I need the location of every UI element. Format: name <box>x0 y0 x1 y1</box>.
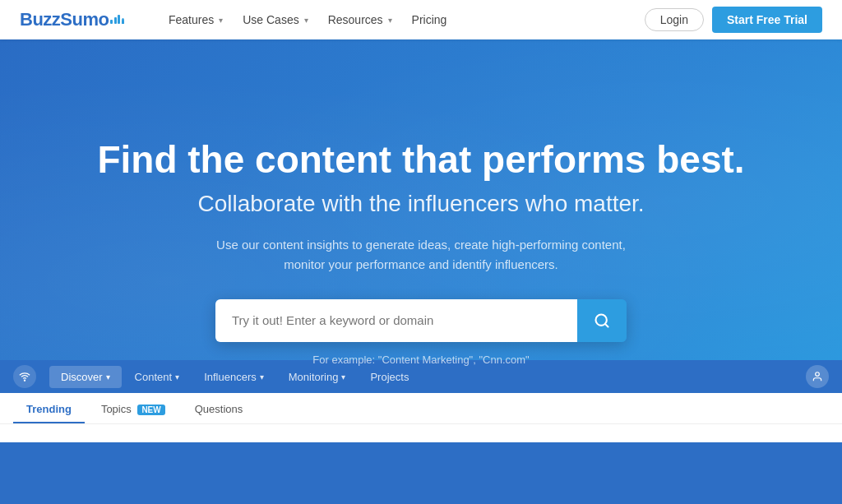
nav-features[interactable]: Features ▾ <box>160 8 231 31</box>
app-subtabs: Trending Topics NEW Questions <box>0 393 842 424</box>
nav-resources-label: Resources <box>328 13 383 26</box>
user-avatar[interactable] <box>806 365 829 388</box>
search-icon <box>594 312 610 329</box>
nav-resources[interactable]: Resources ▾ <box>320 8 400 31</box>
app-tab-discover-label: Discover <box>61 371 103 383</box>
content-chevron-icon: ▾ <box>175 372 179 381</box>
hero-description: Use our content insights to generate ide… <box>207 235 635 275</box>
hero-section: Find the content that performs best. Col… <box>0 39 842 442</box>
search-button[interactable] <box>577 299 627 342</box>
logo[interactable]: BuzzSumo <box>20 9 124 30</box>
monitoring-chevron-icon: ▾ <box>341 372 345 381</box>
search-input[interactable] <box>215 299 577 342</box>
hero-subtitle: Collaborate with the influencers who mat… <box>197 191 644 217</box>
topics-new-badge: NEW <box>137 405 164 415</box>
nav-use-cases[interactable]: Use Cases ▾ <box>234 8 316 31</box>
app-subtab-topics[interactable]: Topics NEW <box>88 396 178 423</box>
start-trial-button[interactable]: Start Free Trial <box>712 7 822 33</box>
svg-point-2 <box>24 380 25 381</box>
app-logo-icon <box>13 365 36 388</box>
app-subtab-trending[interactable]: Trending <box>13 396 85 423</box>
logo-text: BuzzSumo <box>20 9 109 30</box>
app-tab-content-label: Content <box>135 371 173 383</box>
login-button[interactable]: Login <box>645 8 704 31</box>
nav-features-label: Features <box>169 13 214 26</box>
svg-point-3 <box>816 372 820 377</box>
app-main-tabs: Discover ▾ Content ▾ Influencers ▾ Monit… <box>49 366 799 388</box>
app-subtab-questions[interactable]: Questions <box>182 396 257 423</box>
nav-right: Login Start Free Trial <box>645 7 822 33</box>
hero-title: Find the content that performs best. <box>97 139 744 181</box>
app-tab-discover[interactable]: Discover ▾ <box>49 366 122 388</box>
hero-example-text: For example: "Content Marketing", "Cnn.c… <box>312 354 529 366</box>
app-preview: Discover ▾ Content ▾ Influencers ▾ Monit… <box>0 360 842 442</box>
app-subtab-questions-label: Questions <box>195 403 243 415</box>
app-tab-projects[interactable]: Projects <box>359 366 420 388</box>
navbar: BuzzSumo Features ▾ Use Cases ▾ Resource… <box>0 0 842 39</box>
app-tab-monitoring[interactable]: Monitoring ▾ <box>277 366 358 388</box>
nav-use-cases-label: Use Cases <box>243 13 298 26</box>
nav-pricing-label: Pricing <box>412 13 447 26</box>
app-tab-content[interactable]: Content ▾ <box>123 366 192 388</box>
discover-chevron-icon: ▾ <box>106 372 110 381</box>
logo-icon <box>110 15 124 24</box>
app-tab-influencers[interactable]: Influencers ▾ <box>192 366 275 388</box>
nav-pricing[interactable]: Pricing <box>404 8 456 31</box>
nav-links: Features ▾ Use Cases ▾ Resources ▾ Prici… <box>160 8 618 31</box>
app-subtab-trending-label: Trending <box>26 403 72 415</box>
app-tab-projects-label: Projects <box>370 371 409 383</box>
resources-chevron-icon: ▾ <box>388 16 392 25</box>
influencers-chevron-icon: ▾ <box>260 372 264 381</box>
use-cases-chevron-icon: ▾ <box>304 16 308 25</box>
svg-line-1 <box>605 324 608 327</box>
app-subtab-topics-label: Topics <box>101 403 132 415</box>
app-tab-monitoring-label: Monitoring <box>289 371 339 383</box>
features-chevron-icon: ▾ <box>219 16 223 25</box>
search-bar <box>215 299 627 342</box>
app-tab-influencers-label: Influencers <box>204 371 257 383</box>
